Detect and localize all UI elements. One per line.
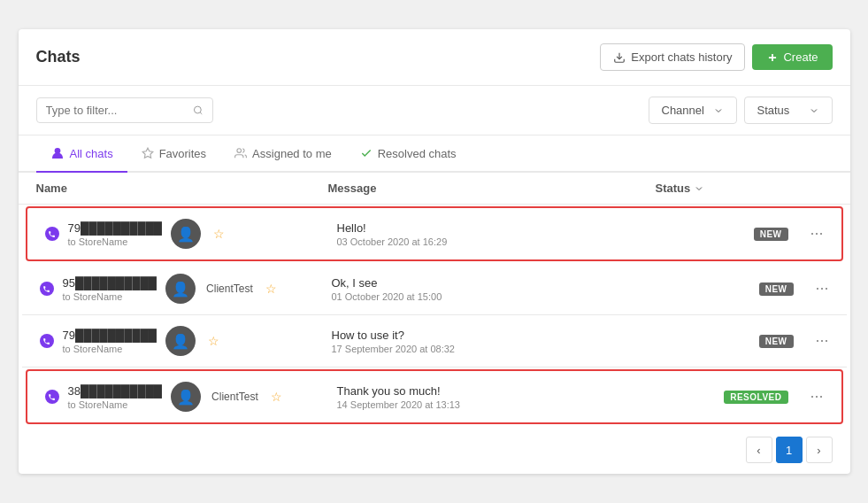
- col-status-header: Status: [656, 182, 797, 195]
- tab-favorites-label: Favorites: [159, 147, 206, 160]
- page-header: Chats Export chats history Create: [19, 29, 850, 86]
- svg-rect-16: [826, 340, 827, 341]
- header-actions: Export chats history Create: [600, 43, 832, 71]
- favorite-star-4[interactable]: ☆: [271, 390, 282, 404]
- all-chats-icon: [50, 146, 65, 160]
- tab-assigned-label: Assigned to me: [252, 147, 332, 160]
- prev-page-button[interactable]: ‹: [746, 437, 772, 463]
- contact-info-3: 79██████████ to StoreName: [63, 329, 157, 354]
- message-text-3: How to use it?: [332, 329, 652, 342]
- actions-col-2[interactable]: [794, 282, 829, 296]
- status-dropdown[interactable]: Status: [744, 97, 833, 124]
- tab-favorites[interactable]: Favorites: [127, 136, 220, 173]
- menu-icon-2[interactable]: [815, 282, 829, 296]
- table-row: 38██████████ to StoreName 👤 ClientTest ☆…: [26, 369, 843, 424]
- svg-rect-19: [820, 396, 822, 397]
- name-col-2: 95██████████ to StoreName 👤 ClientTest ☆: [40, 274, 332, 304]
- message-col-2: Ok, I see 01 October 2020 at 15:00: [332, 276, 652, 302]
- svg-rect-14: [817, 340, 818, 341]
- col-name-header: Name: [36, 182, 328, 195]
- contact-info-1: 79██████████ to StoreName: [68, 221, 163, 247]
- create-button[interactable]: Create: [752, 44, 832, 70]
- chevron-down-icon: [713, 105, 724, 116]
- phone-icon-4: [45, 390, 59, 404]
- actions-col-3[interactable]: [794, 334, 829, 348]
- col-message-header: Message: [328, 182, 656, 195]
- status-col-2: NEW: [652, 282, 794, 296]
- page-1-button[interactable]: 1: [776, 437, 803, 463]
- avatar-3: 👤: [165, 326, 196, 356]
- avatar-person-icon-2: 👤: [172, 281, 189, 298]
- star-icon: [142, 147, 154, 159]
- table-row: 79██████████ to StoreName 👤 ☆ How to use…: [22, 315, 847, 368]
- col-status-label: Status: [656, 182, 691, 195]
- search-box: [36, 97, 213, 123]
- status-col-4: RESOLVED: [647, 391, 788, 404]
- message-time-3: 17 September 2020 at 08:32: [332, 344, 652, 354]
- export-label: Export chats history: [631, 50, 732, 64]
- svg-rect-13: [826, 288, 827, 289]
- svg-point-7: [237, 149, 242, 153]
- avatar-person-icon-4: 👤: [177, 389, 195, 406]
- message-col-3: How to use it? 17 September 2020 at 08:3…: [332, 329, 652, 354]
- sort-icon[interactable]: [694, 183, 704, 194]
- menu-icon-1[interactable]: [810, 227, 824, 241]
- status-badge-3: NEW: [759, 335, 794, 348]
- chevron-down-icon-2: [809, 105, 819, 116]
- actions-col-1[interactable]: [788, 227, 824, 241]
- avatar-4: 👤: [171, 382, 201, 412]
- message-col-4: Thank you so much! 14 September 2020 at …: [337, 384, 647, 410]
- search-input[interactable]: [46, 104, 188, 117]
- menu-icon-3[interactable]: [815, 334, 829, 348]
- search-icon: [193, 104, 204, 116]
- table-row: 79██████████ to StoreName 👤 ☆ Hello! 03 …: [26, 206, 843, 261]
- message-time-1: 03 October 2020 at 16:29: [337, 236, 647, 247]
- col-actions-header: [797, 182, 833, 195]
- avatar-person-icon-3: 👤: [172, 333, 189, 350]
- menu-icon-4[interactable]: [810, 390, 824, 404]
- table-row: 95██████████ to StoreName 👤 ClientTest ☆…: [22, 263, 847, 315]
- svg-rect-11: [817, 288, 818, 289]
- pagination-row: ‹ 1 ›: [19, 426, 850, 474]
- channel-label: Channel: [662, 104, 704, 117]
- favorite-star-2[interactable]: ☆: [265, 282, 277, 296]
- main-container: Chats Export chats history Create: [19, 29, 850, 474]
- tab-assigned[interactable]: Assigned to me: [220, 136, 346, 173]
- svg-point-3: [194, 106, 201, 113]
- page-title: Chats: [36, 48, 81, 66]
- message-text-4: Thank you so much!: [337, 384, 647, 398]
- contact-number-2: 95██████████: [63, 276, 157, 290]
- store-text-3: to StoreName: [63, 344, 157, 354]
- svg-rect-15: [821, 340, 823, 341]
- svg-marker-6: [142, 148, 153, 158]
- name-col-4: 38██████████ to StoreName 👤 ClientTest ☆: [45, 382, 337, 412]
- status-col-3: NEW: [652, 335, 794, 348]
- tab-resolved[interactable]: Resolved chats: [346, 136, 471, 173]
- number-text-1: 79██████████: [68, 221, 163, 235]
- number-text-2: 95██████████: [63, 276, 157, 290]
- channel-dropdown[interactable]: Channel: [649, 97, 737, 124]
- message-col-1: Hello! 03 October 2020 at 16:29: [337, 221, 647, 247]
- status-badge-4: RESOLVED: [724, 391, 787, 404]
- check-icon: [360, 147, 373, 159]
- status-badge-2: NEW: [759, 282, 794, 296]
- next-page-button[interactable]: ›: [806, 437, 833, 463]
- create-label: Create: [783, 50, 818, 64]
- svg-rect-9: [816, 233, 818, 234]
- name-col-3: 79██████████ to StoreName 👤 ☆: [40, 326, 332, 356]
- contact-info-2: 95██████████ to StoreName: [63, 276, 157, 302]
- export-icon: [613, 51, 626, 64]
- favorite-star-3[interactable]: ☆: [208, 334, 219, 348]
- svg-rect-18: [816, 396, 818, 397]
- filter-row: Channel Status: [19, 86, 850, 135]
- export-button[interactable]: Export chats history: [600, 43, 745, 71]
- favorite-star-1[interactable]: ☆: [213, 227, 225, 241]
- agent-name-4: ClientTest: [211, 391, 258, 403]
- name-col-1: 79██████████ to StoreName 👤 ☆: [45, 219, 337, 249]
- number-text-3: 79██████████: [63, 329, 157, 342]
- phone-icon-1: [45, 227, 59, 241]
- tab-all-chats[interactable]: All chats: [36, 135, 127, 173]
- actions-col-4[interactable]: [788, 390, 824, 404]
- table-header: Name Message Status: [19, 173, 850, 205]
- message-text-1: Hello!: [337, 221, 647, 235]
